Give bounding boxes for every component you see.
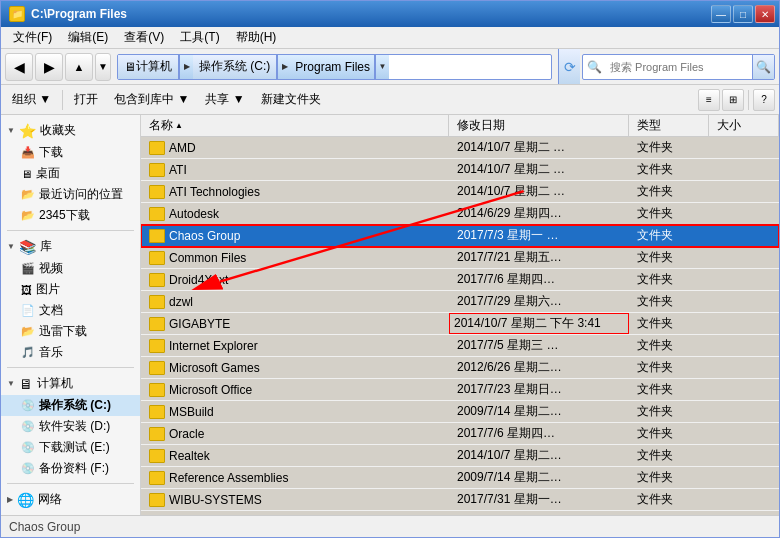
share-label: 共享 ▼ [205,91,244,108]
main-toolbar: ◀ ▶ ▲ ▼ 🖥 计算机 ▶ 操作系统 (C:) ▶ Program File… [1,49,779,85]
folder-icon [149,185,165,199]
file-cell-name: ATI Technologies [141,185,449,199]
grid-view-button[interactable]: ⊞ [722,89,744,111]
sidebar-item-c-drive[interactable]: 💿 操作系统 (C:) [1,395,140,416]
up-button[interactable]: ▲ [65,53,93,81]
file-row[interactable]: Internet Explorer2017/7/5 星期三 …文件夹 [141,335,779,357]
file-row[interactable]: Common Files2017/7/21 星期五…文件夹 [141,247,779,269]
file-row[interactable]: dzwl2017/7/29 星期六…文件夹 [141,291,779,313]
file-cell-type: 文件夹 [629,227,709,244]
file-row[interactable]: ATI Technologies2014/10/7 星期二 …文件夹 [141,181,779,203]
computer-dropdown[interactable]: ▶ [179,55,193,79]
file-row[interactable]: Windows Defender2014/3/18 星期二…文件夹 [141,511,779,515]
computer-header[interactable]: ▼ 🖥 计算机 [1,372,140,395]
forward-button[interactable]: ▶ [35,53,63,81]
sidebar-item-pictures-label: 图片 [36,281,60,298]
folder-dropdown[interactable]: ▼ [375,55,389,79]
favorites-triangle: ▼ [7,126,15,135]
col-header-date[interactable]: 修改日期 [449,115,629,136]
sidebar-item-documents[interactable]: 📄 文档 [1,300,140,321]
computer-icon: 🖥 [124,60,136,74]
library-header[interactable]: ▼ 📚 库 [1,235,140,258]
maximize-button[interactable]: □ [733,5,753,23]
file-row[interactable]: Microsoft Office2017/7/23 星期日…文件夹 [141,379,779,401]
open-button[interactable]: 打开 [67,88,105,112]
sidebar-item-desktop[interactable]: 🖥 桌面 [1,163,140,184]
file-row[interactable]: WIBU-SYSTEMS2017/7/31 星期一…文件夹 [141,489,779,511]
sidebar-item-f-drive[interactable]: 💿 备份资料 (F:) [1,458,140,479]
minimize-button[interactable]: — [711,5,731,23]
sidebar-item-2345[interactable]: 📂 2345下载 [1,205,140,226]
help-button[interactable]: ? [753,89,775,111]
col-header-type[interactable]: 类型 [629,115,709,136]
file-cell-name: Microsoft Office [141,383,449,397]
sidebar-item-e-drive[interactable]: 💿 下载测试 (E:) [1,437,140,458]
file-cell-type: 文件夹 [629,491,709,508]
sidebar-item-desktop-label: 桌面 [36,165,60,182]
file-cell-date: 2014/10/7 星期二 下午 3:41 [449,313,629,334]
col-name-label: 名称 [149,117,173,134]
crumb-computer-label: 计算机 [136,58,172,75]
sidebar-item-pictures[interactable]: 🖼 图片 [1,279,140,300]
sidebar-item-2345-label: 2345下载 [39,207,90,224]
file-row[interactable]: Autodesk2014/6/29 星期四…文件夹 [141,203,779,225]
favorites-header[interactable]: ▼ ⭐ 收藏夹 [1,119,140,142]
include-library-label: 包含到库中 ▼ [114,91,189,108]
share-button[interactable]: 共享 ▼ [198,88,251,112]
sidebar-item-download[interactable]: 📥 下载 [1,142,140,163]
menu-button[interactable]: ▼ [95,53,111,81]
drive-dropdown[interactable]: ▶ [277,55,291,79]
file-row[interactable]: Chaos Group2017/7/3 星期一 …文件夹 [141,225,779,247]
thunder-icon: 📂 [21,325,35,338]
file-row[interactable]: Realtek2014/10/7 星期二…文件夹 [141,445,779,467]
col-header-name[interactable]: 名称 ▲ [141,115,449,136]
file-row[interactable]: Oracle2017/7/6 星期四…文件夹 [141,423,779,445]
sidebar-item-music[interactable]: 🎵 音乐 [1,342,140,363]
new-folder-button[interactable]: 新建文件夹 [254,88,328,112]
network-header[interactable]: ▶ 🌐 网络 [1,488,140,511]
main-window: 📁 C:\Program Files — □ ✕ 文件(F) 编辑(E) 查看(… [0,0,780,538]
menu-tools[interactable]: 工具(T) [172,27,227,48]
file-cell-name: Reference Assemblies [141,471,449,485]
e-drive-icon: 💿 [21,441,35,454]
crumb-drive[interactable]: 操作系统 (C:) [193,55,277,79]
file-row[interactable]: Microsoft Games2012/6/26 星期二…文件夹 [141,357,779,379]
sidebar-item-d-drive[interactable]: 💿 软件安装 (D:) [1,416,140,437]
back-button[interactable]: ◀ [5,53,33,81]
address-bar: 🖥 计算机 ▶ 操作系统 (C:) ▶ Program Files ▼ [117,54,552,80]
menu-view[interactable]: 查看(V) [116,27,172,48]
organize-button[interactable]: 组织 ▼ [5,88,58,112]
file-row[interactable]: Reference Assemblies2009/7/14 星期二…文件夹 [141,467,779,489]
search-bar: 🔍 🔍 [582,54,775,80]
file-list-header: 名称 ▲ 修改日期 类型 大小 [141,115,779,137]
menu-help[interactable]: 帮助(H) [228,27,285,48]
file-cell-date: 2009/7/14 星期二… [449,403,629,420]
col-header-size[interactable]: 大小 [709,115,779,136]
crumb-current[interactable]: Program Files [291,55,375,79]
search-button[interactable]: 🔍 [752,55,774,79]
toolbar-sep-2 [748,90,749,110]
sidebar-item-thunder[interactable]: 📂 迅雷下载 [1,321,140,342]
file-row[interactable]: Droid4Xext2017/7/6 星期四…文件夹 [141,269,779,291]
include-library-button[interactable]: 包含到库中 ▼ [107,88,196,112]
sidebar-sep-2 [7,367,134,368]
c-drive-icon: 💿 [21,399,35,412]
menu-file[interactable]: 文件(F) [5,27,60,48]
file-name-text: Common Files [169,251,246,265]
sidebar-item-video[interactable]: 🎬 视频 [1,258,140,279]
search-input[interactable] [606,61,752,73]
file-name-text: ATI [169,163,187,177]
file-row[interactable]: AMD2014/10/7 星期二 …文件夹 [141,137,779,159]
file-row[interactable]: MSBuild2009/7/14 星期二…文件夹 [141,401,779,423]
menu-edit[interactable]: 编辑(E) [60,27,116,48]
crumb-computer[interactable]: 🖥 计算机 [118,55,179,79]
close-button[interactable]: ✕ [755,5,775,23]
favorites-star-icon: ⭐ [19,123,36,139]
list-view-button[interactable]: ≡ [698,89,720,111]
favorites-label: 收藏夹 [40,122,76,139]
file-name-text: Oracle [169,427,204,441]
sidebar-item-recent[interactable]: 📂 最近访问的位置 [1,184,140,205]
file-row[interactable]: GIGABYTE2014/10/7 星期二 下午 3:41文件夹 [141,313,779,335]
file-row[interactable]: ATI2014/10/7 星期二 …文件夹 [141,159,779,181]
file-cell-name: Microsoft Games [141,361,449,375]
